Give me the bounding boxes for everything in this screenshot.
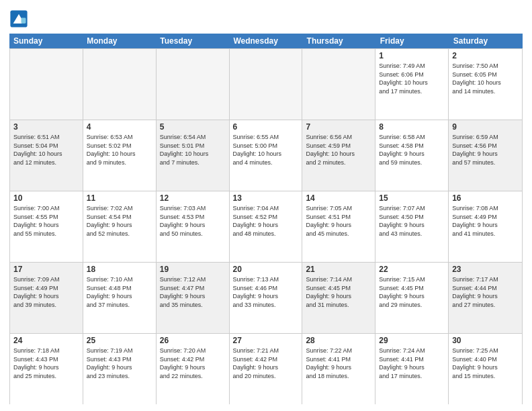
cal-cell-0-1	[83, 49, 157, 120]
day-info: Sunrise: 7:17 AMSunset: 4:44 PMDaylight:…	[452, 275, 519, 309]
day-info: Sunrise: 7:09 AMSunset: 4:49 PMDaylight:…	[13, 275, 79, 309]
day-number: 20	[233, 265, 299, 274]
day-info: Sunrise: 6:55 AMSunset: 5:00 PMDaylight:…	[233, 133, 299, 167]
page: SundayMondayTuesdayWednesdayThursdayFrid…	[0, 0, 532, 411]
day-number: 8	[379, 122, 445, 132]
logo	[9, 9, 30, 28]
cal-cell-4-1: 25Sunrise: 7:19 AMSunset: 4:43 PMDayligh…	[83, 334, 157, 404]
day-info: Sunrise: 7:18 AMSunset: 4:43 PMDaylight:…	[13, 347, 79, 380]
header-cell-friday: Friday	[376, 34, 449, 48]
cal-cell-0-4	[302, 49, 375, 120]
day-info: Sunrise: 7:08 AMSunset: 4:49 PMDaylight:…	[452, 204, 519, 238]
calendar-row-2: 10Sunrise: 7:00 AMSunset: 4:55 PMDayligh…	[10, 191, 522, 263]
cal-cell-1-1: 4Sunrise: 6:53 AMSunset: 5:02 PMDaylight…	[83, 120, 157, 191]
calendar-row-1: 3Sunrise: 6:51 AMSunset: 5:04 PMDaylight…	[10, 120, 522, 191]
day-info: Sunrise: 7:50 AMSunset: 6:05 PMDaylight:…	[452, 62, 519, 95]
day-number: 24	[13, 336, 79, 345]
day-info: Sunrise: 7:49 AMSunset: 6:06 PMDaylight:…	[379, 62, 445, 95]
calendar-row-0: 1Sunrise: 7:49 AMSunset: 6:06 PMDaylight…	[10, 49, 522, 120]
day-info: Sunrise: 7:04 AMSunset: 4:52 PMDaylight:…	[233, 204, 299, 238]
calendar-row-3: 17Sunrise: 7:09 AMSunset: 4:49 PMDayligh…	[10, 263, 522, 334]
day-info: Sunrise: 6:51 AMSunset: 5:04 PMDaylight:…	[13, 133, 79, 167]
day-info: Sunrise: 6:59 AMSunset: 4:56 PMDaylight:…	[452, 133, 519, 167]
cal-cell-0-5: 1Sunrise: 7:49 AMSunset: 6:06 PMDaylight…	[375, 49, 449, 120]
day-info: Sunrise: 7:25 AMSunset: 4:40 PMDaylight:…	[452, 347, 519, 380]
day-number: 17	[13, 265, 79, 274]
cal-cell-0-2	[157, 49, 230, 120]
day-number: 26	[160, 336, 226, 345]
cal-cell-4-4: 28Sunrise: 7:22 AMSunset: 4:41 PMDayligh…	[302, 334, 375, 404]
day-number: 18	[87, 265, 152, 274]
calendar-header: SundayMondayTuesdayWednesdayThursdayFrid…	[9, 34, 523, 48]
header-cell-tuesday: Tuesday	[156, 34, 229, 48]
cal-cell-0-0	[10, 49, 83, 120]
day-number: 9	[452, 122, 519, 132]
day-number: 29	[379, 336, 445, 345]
day-number: 2	[452, 51, 519, 60]
day-number: 10	[13, 193, 79, 203]
day-info: Sunrise: 7:07 AMSunset: 4:50 PMDaylight:…	[379, 204, 445, 238]
day-info: Sunrise: 6:53 AMSunset: 5:02 PMDaylight:…	[87, 133, 152, 167]
day-info: Sunrise: 7:02 AMSunset: 4:54 PMDaylight:…	[87, 204, 152, 238]
cal-cell-3-6: 23Sunrise: 7:17 AMSunset: 4:44 PMDayligh…	[449, 263, 522, 333]
cal-cell-1-4: 7Sunrise: 6:56 AMSunset: 4:59 PMDaylight…	[302, 120, 375, 191]
day-number: 6	[233, 122, 299, 132]
day-info: Sunrise: 7:21 AMSunset: 4:42 PMDaylight:…	[233, 347, 299, 380]
cal-cell-1-6: 9Sunrise: 6:59 AMSunset: 4:56 PMDaylight…	[449, 120, 522, 191]
header-cell-monday: Monday	[83, 34, 156, 48]
day-info: Sunrise: 7:14 AMSunset: 4:45 PMDaylight:…	[306, 275, 371, 309]
day-info: Sunrise: 7:20 AMSunset: 4:42 PMDaylight:…	[160, 347, 226, 380]
cal-cell-3-0: 17Sunrise: 7:09 AMSunset: 4:49 PMDayligh…	[10, 263, 83, 333]
cal-cell-0-3	[230, 49, 303, 120]
cal-cell-0-6: 2Sunrise: 7:50 AMSunset: 6:05 PMDaylight…	[449, 49, 522, 120]
day-info: Sunrise: 7:13 AMSunset: 4:46 PMDaylight:…	[233, 275, 299, 309]
cal-cell-3-2: 19Sunrise: 7:12 AMSunset: 4:47 PMDayligh…	[157, 263, 230, 333]
day-number: 22	[379, 265, 445, 274]
day-number: 21	[306, 265, 371, 274]
day-info: Sunrise: 7:19 AMSunset: 4:43 PMDaylight:…	[87, 347, 152, 380]
day-number: 25	[87, 336, 152, 345]
cal-cell-3-5: 22Sunrise: 7:15 AMSunset: 4:45 PMDayligh…	[375, 263, 449, 333]
header-cell-sunday: Sunday	[9, 34, 83, 48]
day-number: 12	[160, 193, 226, 203]
cal-cell-2-3: 13Sunrise: 7:04 AMSunset: 4:52 PMDayligh…	[230, 191, 303, 262]
cal-cell-2-0: 10Sunrise: 7:00 AMSunset: 4:55 PMDayligh…	[10, 191, 83, 262]
day-info: Sunrise: 7:00 AMSunset: 4:55 PMDaylight:…	[13, 204, 79, 238]
header	[9, 7, 523, 28]
day-number: 28	[306, 336, 371, 345]
cal-cell-2-5: 15Sunrise: 7:07 AMSunset: 4:50 PMDayligh…	[375, 191, 449, 262]
cal-cell-3-3: 20Sunrise: 7:13 AMSunset: 4:46 PMDayligh…	[230, 263, 303, 333]
cal-cell-4-3: 27Sunrise: 7:21 AMSunset: 4:42 PMDayligh…	[230, 334, 303, 404]
day-info: Sunrise: 7:03 AMSunset: 4:53 PMDaylight:…	[160, 204, 226, 238]
day-info: Sunrise: 7:05 AMSunset: 4:51 PMDaylight:…	[306, 204, 371, 238]
day-number: 4	[87, 122, 152, 132]
day-number: 7	[306, 122, 371, 132]
day-number: 15	[379, 193, 445, 203]
calendar-body: 1Sunrise: 7:49 AMSunset: 6:06 PMDaylight…	[9, 48, 523, 404]
calendar-row-4: 24Sunrise: 7:18 AMSunset: 4:43 PMDayligh…	[10, 334, 522, 404]
day-info: Sunrise: 6:58 AMSunset: 4:58 PMDaylight:…	[379, 133, 445, 167]
svg-rect-2	[21, 18, 26, 24]
cal-cell-2-2: 12Sunrise: 7:03 AMSunset: 4:53 PMDayligh…	[157, 191, 230, 262]
day-info: Sunrise: 7:15 AMSunset: 4:45 PMDaylight:…	[379, 275, 445, 309]
day-info: Sunrise: 6:54 AMSunset: 5:01 PMDaylight:…	[160, 133, 226, 167]
day-number: 16	[452, 193, 519, 203]
calendar: SundayMondayTuesdayWednesdayThursdayFrid…	[9, 34, 523, 404]
cal-cell-4-6: 30Sunrise: 7:25 AMSunset: 4:40 PMDayligh…	[449, 334, 522, 404]
cal-cell-3-4: 21Sunrise: 7:14 AMSunset: 4:45 PMDayligh…	[302, 263, 375, 333]
day-number: 30	[452, 336, 519, 345]
cal-cell-4-2: 26Sunrise: 7:20 AMSunset: 4:42 PMDayligh…	[157, 334, 230, 404]
day-info: Sunrise: 7:12 AMSunset: 4:47 PMDaylight:…	[160, 275, 226, 309]
day-number: 23	[452, 265, 519, 274]
cal-cell-4-0: 24Sunrise: 7:18 AMSunset: 4:43 PMDayligh…	[10, 334, 83, 404]
day-info: Sunrise: 6:56 AMSunset: 4:59 PMDaylight:…	[306, 133, 371, 167]
day-number: 14	[306, 193, 371, 203]
header-cell-thursday: Thursday	[303, 34, 376, 48]
day-number: 27	[233, 336, 299, 345]
cal-cell-3-1: 18Sunrise: 7:10 AMSunset: 4:48 PMDayligh…	[83, 263, 157, 333]
day-number: 1	[379, 51, 445, 60]
day-number: 11	[87, 193, 152, 203]
logo-icon	[9, 9, 28, 28]
cal-cell-1-0: 3Sunrise: 6:51 AMSunset: 5:04 PMDaylight…	[10, 120, 83, 191]
day-number: 5	[160, 122, 226, 132]
